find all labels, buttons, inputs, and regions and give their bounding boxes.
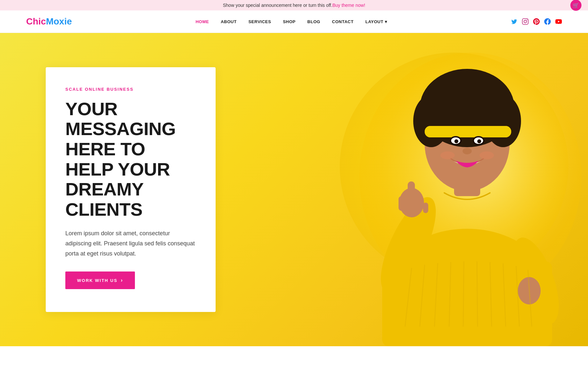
hero-content-card: SCALE ONLINE BUSINESS YOUR MESSAGING HER… [46,67,216,312]
buy-theme-link[interactable]: Buy theme now! [332,3,365,8]
announcement-text: Show your special announcement here or t… [223,3,332,8]
svg-point-21 [463,148,472,154]
hero-section: SCALE ONLINE BUSINESS YOUR MESSAGING HER… [0,33,588,346]
person-svg [307,33,588,346]
logo-chic: Chic [26,16,46,26]
nav-blog[interactable]: BLOG [307,19,320,24]
hero-scale-label: SCALE ONLINE BUSINESS [65,87,196,92]
pinterest-icon[interactable] [533,18,540,25]
nav-layout[interactable]: LAYOUT ▾ [365,19,387,24]
svg-rect-14 [425,126,511,137]
facebook-icon[interactable] [544,18,551,25]
svg-point-23 [480,151,494,159]
svg-point-20 [477,139,481,143]
cart-icon[interactable]: 🛒 [570,0,581,11]
cta-arrow: › [121,277,123,283]
cta-label: WORK WITH US [77,278,118,283]
svg-rect-25 [408,181,415,206]
cart-icon-wrap[interactable]: 🛒 [570,0,581,11]
work-with-us-button[interactable]: WORK WITH US › [65,271,135,289]
svg-rect-28 [423,203,428,213]
site-header: ChicMoxie HOME ABOUT SERVICES SHOP BLOG … [0,10,588,33]
instagram-icon[interactable] [522,18,529,25]
svg-line-35 [477,261,478,327]
nav-about[interactable]: ABOUT [221,19,237,24]
nav-home[interactable]: HOME [196,19,209,24]
social-icons [511,18,562,25]
nav-shop[interactable]: SHOP [283,19,296,24]
nav-contact[interactable]: CONTACT [332,19,353,24]
svg-point-22 [440,151,455,159]
svg-point-12 [469,79,508,118]
nav-services[interactable]: SERVICES [248,19,271,24]
hero-person-image [307,33,588,346]
announcement-bar: Show your special announcement here or t… [0,0,588,10]
svg-rect-26 [399,196,404,211]
svg-point-19 [454,139,458,143]
hero-heading: YOUR MESSAGING HERE TO HELP YOUR DREAMY … [65,99,196,220]
main-nav: HOME ABOUT SERVICES SHOP BLOG CONTACT LA… [196,19,387,24]
svg-rect-27 [416,199,422,212]
site-logo[interactable]: ChicMoxie [26,16,72,27]
youtube-icon[interactable] [555,18,562,25]
hero-body-text: Lorem ipsum dolor sit amet, consectetur … [65,228,196,258]
twitter-icon[interactable] [511,18,517,25]
svg-line-34 [463,261,464,327]
svg-point-11 [428,79,467,118]
logo-moxie: Moxie [46,16,72,26]
